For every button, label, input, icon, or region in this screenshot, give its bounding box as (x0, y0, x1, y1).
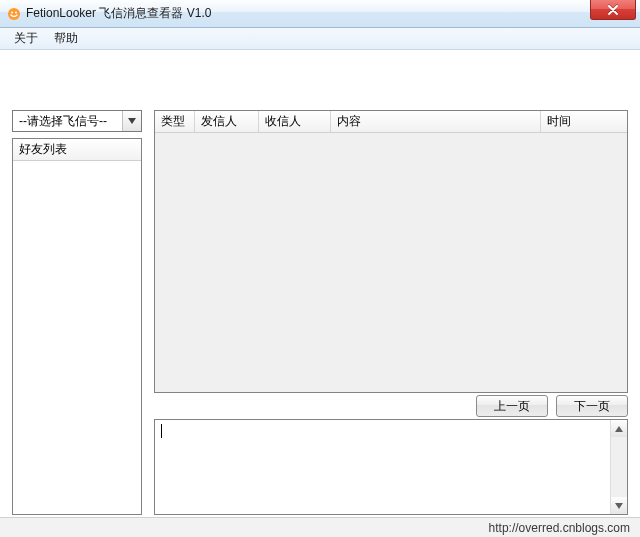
prev-page-button[interactable]: 上一页 (476, 395, 548, 417)
col-sender[interactable]: 发信人 (195, 111, 259, 132)
text-caret (161, 424, 162, 438)
close-icon (607, 5, 619, 15)
scroll-down-button[interactable] (611, 497, 627, 514)
client-area: --请选择飞信号-- 好友列表 类型 发信人 收信人 内容 (4, 52, 636, 517)
chevron-down-icon (615, 503, 623, 509)
message-list-body[interactable] (155, 133, 627, 392)
col-type[interactable]: 类型 (155, 111, 195, 132)
statusbar: http://overred.cnblogs.com (0, 517, 640, 537)
close-button[interactable] (590, 0, 636, 20)
toolbar-spacer (4, 52, 636, 110)
app-window: FetionLooker 飞信消息查看器 V1.0 关于 帮助 --请选择飞信号… (0, 0, 640, 537)
fetion-id-select-text: --请选择飞信号-- (19, 113, 122, 130)
fetion-id-select[interactable]: --请选择飞信号-- (12, 110, 142, 132)
friend-list-header[interactable]: 好友列表 (13, 139, 141, 161)
chevron-up-icon (615, 426, 623, 432)
right-column: 类型 发信人 收信人 内容 时间 上一页 下一页 (154, 110, 628, 515)
svg-point-2 (15, 11, 17, 13)
friend-list-panel: 好友列表 (12, 138, 142, 515)
col-receiver[interactable]: 收信人 (259, 111, 331, 132)
app-icon (6, 6, 22, 22)
message-list-header: 类型 发信人 收信人 内容 时间 (155, 111, 627, 133)
left-column: --请选择飞信号-- 好友列表 (12, 110, 142, 515)
svg-point-1 (11, 11, 13, 13)
menu-help[interactable]: 帮助 (46, 28, 86, 49)
scroll-up-button[interactable] (611, 420, 627, 437)
chevron-down-icon (128, 118, 136, 124)
dropdown-button[interactable] (122, 111, 141, 131)
menubar: 关于 帮助 (0, 28, 640, 50)
window-title: FetionLooker 飞信消息查看器 V1.0 (26, 5, 211, 22)
detail-textarea[interactable] (154, 419, 628, 515)
friend-list-body[interactable] (13, 161, 141, 514)
body-row: --请选择飞信号-- 好友列表 类型 发信人 收信人 内容 (12, 110, 628, 515)
detail-textarea-content[interactable] (155, 420, 610, 514)
next-page-button[interactable]: 下一页 (556, 395, 628, 417)
menu-about[interactable]: 关于 (6, 28, 46, 49)
col-time[interactable]: 时间 (541, 111, 627, 132)
col-content[interactable]: 内容 (331, 111, 541, 132)
detail-scrollbar[interactable] (610, 420, 627, 514)
svg-point-0 (8, 8, 20, 20)
pager: 上一页 下一页 (154, 393, 628, 419)
titlebar[interactable]: FetionLooker 飞信消息查看器 V1.0 (0, 0, 640, 28)
status-url: http://overred.cnblogs.com (489, 521, 630, 535)
message-list[interactable]: 类型 发信人 收信人 内容 时间 (154, 110, 628, 393)
